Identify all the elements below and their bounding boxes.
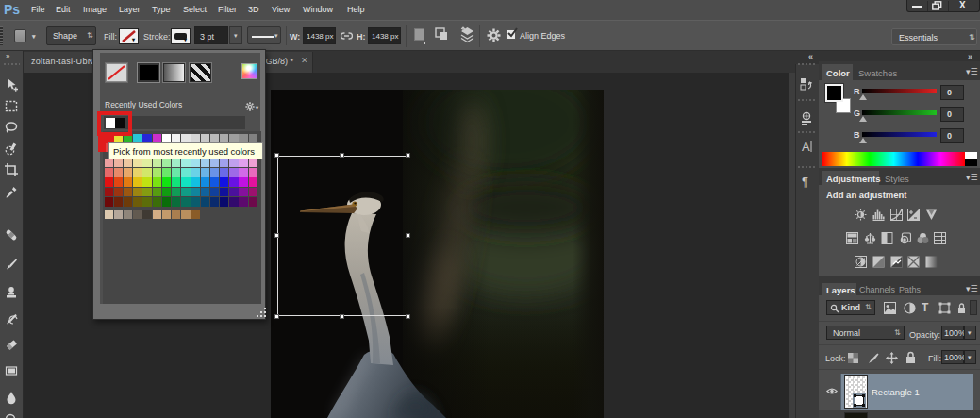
svg-text:A: A [802, 140, 810, 154]
svg-text:¶: ¶ [802, 175, 808, 189]
